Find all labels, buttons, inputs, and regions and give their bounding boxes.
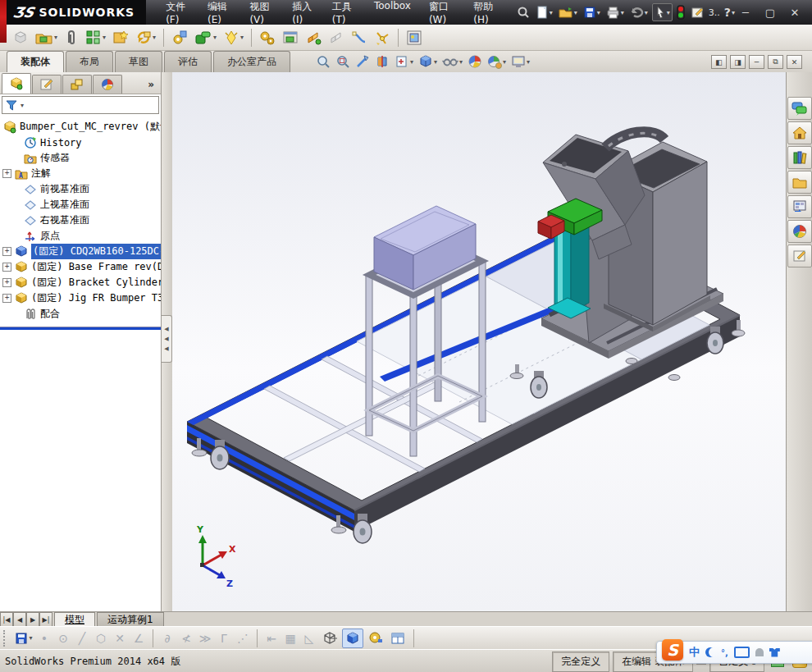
assembly-features-button[interactable]: ▾ (192, 26, 219, 49)
tree-filter-row[interactable]: ▾ (2, 96, 159, 114)
tree-item-jig-fr-bumper[interactable]: + (固定) Jig FR Bumper T31 p (0, 290, 161, 306)
expander-icon[interactable]: + (2, 247, 11, 256)
propertymanager-tab[interactable] (32, 75, 62, 94)
parallel-tool[interactable]: ≫ (197, 632, 213, 645)
hide-show-items-button[interactable]: ▾ (441, 53, 463, 70)
point-tool[interactable]: • (36, 632, 52, 645)
ime-mode-toggle[interactable]: 中 (689, 645, 700, 660)
file-explorer-button[interactable] (787, 171, 812, 194)
configurationmanager-tab[interactable] (62, 75, 92, 94)
displaymanager-tab[interactable] (93, 75, 122, 94)
line-tool[interactable]: ╱ (74, 632, 90, 645)
curve-button[interactable] (349, 26, 370, 49)
expander-icon[interactable]: + (2, 169, 11, 178)
doc-restore-button[interactable]: ⧉ (768, 55, 783, 69)
appearances-button[interactable] (787, 220, 812, 243)
bill-of-materials-button[interactable] (280, 26, 301, 49)
help-button[interactable]: ?▾ (723, 4, 737, 21)
commands-overflow[interactable]: 3.. (709, 7, 720, 18)
display-style-button[interactable]: ▾ (417, 53, 438, 70)
sogou-logo-icon[interactable]: S (662, 639, 683, 661)
tree-item-mates[interactable]: 配合 (0, 306, 161, 322)
toolbar-grip[interactable] (3, 630, 8, 647)
grid-tool[interactable]: ▦ (282, 632, 299, 645)
tree-item-front-plane[interactable]: 前视基准面 (0, 181, 161, 197)
assembly-settings-button[interactable] (169, 26, 190, 49)
sogou-ime-bar[interactable]: S 中 °, (656, 641, 812, 664)
prev-tab-button[interactable]: ◀ (13, 612, 26, 627)
instant3d-button[interactable] (372, 26, 393, 49)
resources-button[interactable] (787, 121, 812, 144)
measure-button[interactable] (366, 629, 385, 647)
reference-geometry-button[interactable]: ▾ (221, 26, 246, 49)
tree-item-right-plane[interactable]: 右视基准面 (0, 213, 161, 228)
move-component-button[interactable]: ▾ (133, 26, 158, 49)
view-orientation-button[interactable]: ▾ (394, 53, 414, 70)
keyboard-icon[interactable] (734, 647, 750, 658)
insert-components-button[interactable]: ▾ (33, 26, 60, 49)
user-icon[interactable] (755, 648, 764, 656)
shaded-view-button[interactable] (342, 629, 363, 648)
zoom-fit-button[interactable] (315, 53, 331, 70)
tab-model[interactable]: 模型 (54, 612, 95, 627)
save-button[interactable]: ▾ (582, 4, 602, 21)
next-tab-button[interactable]: ▶ (26, 612, 39, 627)
tree-item-bracket-cylinder[interactable]: + (固定) Bracket Cylinder<1> (0, 275, 161, 290)
doc-minimize-button[interactable]: ─ (749, 55, 764, 69)
construction-tool[interactable]: ⋰ (235, 632, 251, 645)
skin-shirt-icon[interactable] (769, 648, 780, 657)
apply-scene-button[interactable]: ▾ (486, 53, 507, 70)
smart-fasteners-button[interactable] (110, 26, 131, 49)
tab-office-products[interactable]: 办公室产品 (213, 51, 290, 72)
corner-tool[interactable]: Γ (216, 632, 232, 645)
simulation-button[interactable] (257, 26, 278, 49)
open-button[interactable]: ▾ (557, 4, 579, 21)
angle-tool[interactable]: ∠ (130, 632, 147, 645)
mate-button[interactable] (62, 26, 81, 49)
zoom-area-button[interactable] (335, 53, 351, 70)
explode-line-sketch-button[interactable] (326, 26, 347, 49)
expander-icon[interactable]: + (2, 263, 11, 272)
tab-layout[interactable]: 布局 (66, 51, 113, 72)
panel-overflow-chevron[interactable]: » (148, 79, 161, 94)
minimize-button[interactable]: ─ (737, 7, 755, 19)
dimension-tool[interactable]: ⇤ (263, 632, 280, 645)
save-button-small[interactable]: ▾ (14, 629, 34, 647)
tree-item-top-plane[interactable]: 上视基准面 (0, 197, 161, 213)
restore-button[interactable]: ▢ (761, 7, 779, 19)
new-document-button[interactable]: ▾ (534, 4, 554, 21)
perpendicular-tool[interactable]: ≮ (178, 632, 194, 645)
exploded-view-button[interactable] (303, 26, 324, 49)
search-button[interactable] (515, 4, 531, 21)
first-tab-button[interactable]: |◀ (0, 612, 13, 627)
tree-item-root[interactable]: Bumper_Cut_MC_revrev (默认<默 (0, 119, 161, 135)
polygon-tool[interactable]: ⬡ (93, 632, 109, 645)
tree-item-cdq2wb160[interactable]: + (固定) CDQ2WB160-125DC-A72 (0, 244, 161, 259)
punctuation-icon[interactable]: °, (721, 648, 728, 657)
linear-component-pattern-button[interactable]: ▾ (83, 26, 108, 49)
tab-sketch[interactable]: 草图 (115, 51, 162, 72)
panel-collapse-handle[interactable]: ◀◀◀ (162, 315, 172, 363)
featuremanager-split-bar[interactable] (0, 327, 161, 330)
select-cursor-button[interactable]: ▾ (652, 3, 673, 21)
print-button[interactable]: ▾ (604, 4, 626, 21)
take-snapshot-button[interactable] (404, 26, 425, 49)
edit-appearance-button[interactable] (467, 53, 483, 70)
moon-icon[interactable] (705, 647, 715, 657)
tree-item-base-frame[interactable]: + (固定) Base Frame rev(Defa (0, 259, 161, 275)
zoom-selection-button[interactable] (354, 53, 371, 70)
tree-item-history[interactable]: History (0, 135, 161, 150)
expander-icon[interactable]: + (2, 294, 11, 303)
trim-tool[interactable]: ✕ (112, 632, 128, 645)
pane-right-icon[interactable]: ◨ (730, 55, 746, 69)
interference-lights-button[interactable] (675, 3, 687, 21)
tab-motion-study[interactable]: 运动算例1 (97, 612, 164, 627)
tangent-arc-tool[interactable]: ∂ (159, 632, 176, 645)
custom-properties-button[interactable] (787, 245, 812, 267)
tree-item-origin[interactable]: 原点 (0, 228, 161, 244)
circle-tool[interactable]: ⊙ (55, 632, 71, 645)
angle-snap-tool[interactable]: ◺ (301, 632, 317, 645)
wireframe-view-button[interactable] (320, 629, 340, 647)
doc-close-button[interactable]: ✕ (787, 55, 802, 69)
tree-item-sensors[interactable]: 传感器 (0, 150, 161, 166)
